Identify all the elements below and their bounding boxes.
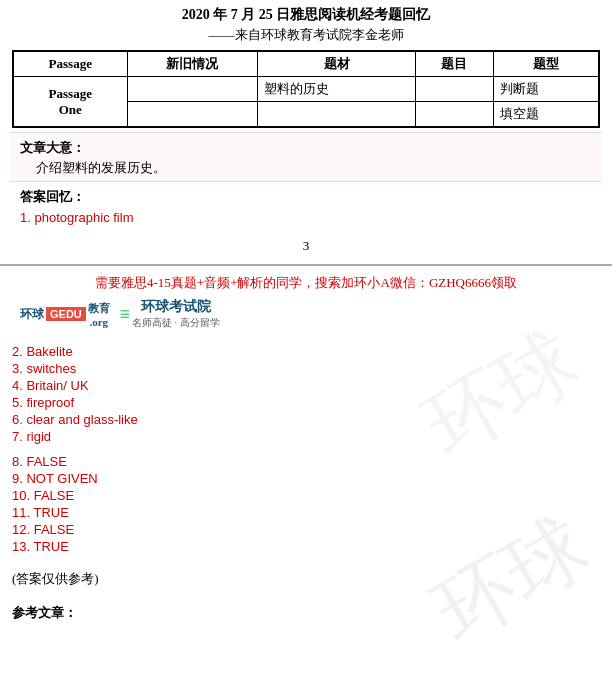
main-table: Passage 新旧情况 题材 题目 题型 PassageOne 塑料的历史 判… bbox=[12, 50, 600, 128]
xinjiu-cell-2 bbox=[127, 102, 258, 127]
answer-item: 8. FALSE bbox=[12, 454, 600, 469]
bottom-section: 需要雅思4-15真题+音频+解析的同学，搜索加环小A微信：GZHQ6666领取 … bbox=[0, 266, 612, 622]
answer-item: 9. NOT GIVEN bbox=[12, 471, 600, 486]
tixing-cell-2: 填空题 bbox=[494, 102, 599, 127]
passage-label: PassageOne bbox=[14, 77, 128, 127]
answer-item: 2. Bakelite bbox=[12, 344, 600, 359]
logo-huanqiu-text: 环球GEDU bbox=[20, 306, 88, 323]
timu-cell-2 bbox=[415, 102, 494, 127]
kaoshi-main-text: 环球考试院 bbox=[132, 298, 220, 316]
answer-item bbox=[12, 446, 600, 454]
note-text: (答案仅供参考) bbox=[0, 566, 612, 592]
kaoshi-icon: ≡ bbox=[120, 304, 130, 325]
logo-edu-label: 教育 bbox=[88, 301, 110, 316]
col-xinjiu: 新旧情况 bbox=[127, 52, 258, 77]
answer-item: 13. TRUE bbox=[12, 539, 600, 554]
logo-edu-org: 教育 .org bbox=[88, 301, 110, 328]
answer-val-1: photographic film bbox=[34, 210, 133, 225]
answer-item: 3. switches bbox=[12, 361, 600, 376]
answer-title: 答案回忆： bbox=[20, 188, 592, 206]
answer-item: 11. TRUE bbox=[12, 505, 600, 520]
kaoshi-sub-text: 名师高徒 · 高分留学 bbox=[132, 316, 220, 330]
blank-spacer-2 bbox=[0, 592, 612, 600]
blank-spacer bbox=[0, 558, 612, 566]
ref-title: 参考文章： bbox=[0, 600, 612, 622]
page-number: 3 bbox=[10, 238, 602, 254]
article-content: 介绍塑料的发展历史。 bbox=[20, 159, 592, 177]
article-title: 文章大意： bbox=[20, 139, 592, 157]
logo-kaoshi: ≡ 环球考试院 名师高徒 · 高分留学 bbox=[120, 298, 220, 330]
answer-item-1: 1. photographic film bbox=[20, 210, 592, 225]
sub-title: ——来自环球教育考试院李金老师 bbox=[10, 26, 602, 44]
answer-item: 5. fireproof bbox=[12, 395, 600, 410]
answer-section: 答案回忆： 1. photographic film bbox=[10, 182, 602, 230]
main-title: 2020 年 7 月 25 日雅思阅读机经考题回忆 bbox=[10, 6, 602, 24]
promo-section: 需要雅思4-15真题+音频+解析的同学，搜索加环小A微信：GZHQ6666领取 … bbox=[0, 266, 612, 342]
logo-huanqiu: 环球GEDU 教育 .org bbox=[20, 301, 110, 328]
answer-item: 4. Britain/ UK bbox=[12, 378, 600, 393]
tixing-cell-1: 判断题 bbox=[494, 77, 599, 102]
kaoshi-text-block: 环球考试院 名师高徒 · 高分留学 bbox=[132, 298, 220, 330]
col-timu: 题目 bbox=[415, 52, 494, 77]
answer-item: 12. FALSE bbox=[12, 522, 600, 537]
answer-item: 6. clear and glass-like bbox=[12, 412, 600, 427]
ticai-cell-2 bbox=[258, 102, 415, 127]
col-passage: Passage bbox=[14, 52, 128, 77]
col-ticai: 题材 bbox=[258, 52, 415, 77]
answer-item: 7. rigid bbox=[12, 429, 600, 444]
promo-text: 需要雅思4-15真题+音频+解析的同学，搜索加环小A微信：GZHQ6666领取 bbox=[10, 274, 602, 292]
ticai-cell: 塑料的历史 bbox=[258, 77, 415, 102]
timu-cell bbox=[415, 77, 494, 102]
answer-num-1: 1. bbox=[20, 210, 31, 225]
col-tixing: 题型 bbox=[494, 52, 599, 77]
logo-org-label: .org bbox=[88, 316, 110, 328]
logo-row: 环球GEDU 教育 .org ≡ 环球考试院 名师高徒 · 高分留学 bbox=[10, 298, 602, 330]
article-section: 文章大意： 介绍塑料的发展历史。 bbox=[10, 132, 602, 182]
answer-item: 10. FALSE bbox=[12, 488, 600, 503]
logo-gedu-badge: GEDU bbox=[46, 307, 86, 321]
xinjiu-cell bbox=[127, 77, 258, 102]
answers-lower: 2. Bakelite3. switches4. Britain/ UK5. f… bbox=[0, 342, 612, 558]
